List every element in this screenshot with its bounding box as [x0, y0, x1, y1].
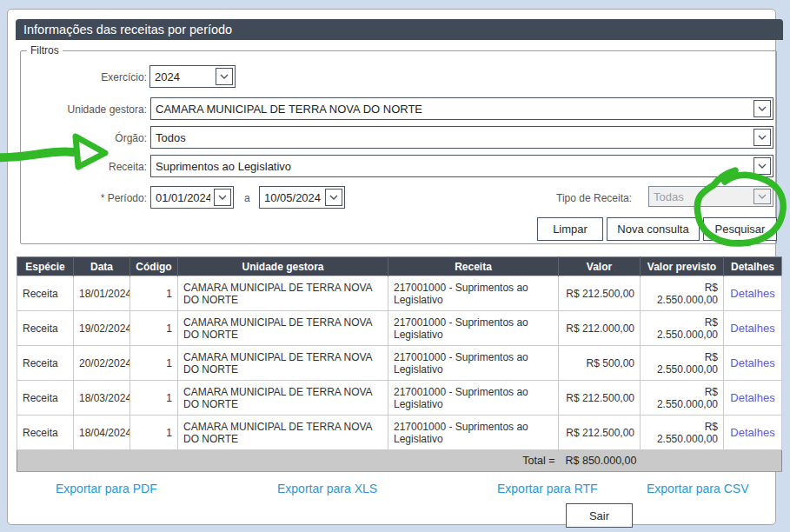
cell-codigo: 1 [130, 311, 178, 346]
table-row: Receita 18/01/2024 1 CAMARA MUNICIPAL DE… [17, 276, 782, 311]
cell-valor: R$ 212.500,00 [559, 416, 641, 450]
export-rtf-link[interactable]: Exportar para RTF [497, 482, 598, 495]
nova-consulta-button[interactable]: Nova consulta [607, 217, 700, 241]
cell-valor-previsto: R$ 2.550.000,00 [641, 416, 724, 450]
limpar-button[interactable]: Limpar [537, 217, 603, 241]
cell-receita: 217001000 - Suprimentos ao Legislativo [388, 416, 559, 450]
cell-data: 19/02/2024 [74, 311, 130, 346]
cell-especie: Receita [17, 346, 74, 381]
export-pdf-link[interactable]: Exportar para PDF [56, 482, 157, 495]
total-empty [641, 450, 782, 472]
export-csv-link[interactable]: Exportar para CSV [647, 482, 749, 495]
header-valor-previsto: Valor previsto [641, 257, 724, 276]
cell-data: 20/02/2024 [74, 346, 130, 381]
header-receita: Receita [388, 257, 559, 276]
receita-value[interactable] [151, 156, 773, 176]
cell-valor: R$ 500,00 [559, 346, 641, 381]
cell-data: 18/01/2024 [74, 276, 130, 311]
orgao-value[interactable] [151, 127, 773, 148]
page-background: Informações das receitas por período Fil… [0, 0, 790, 532]
cell-valor: R$ 212.000,00 [559, 311, 641, 346]
cell-codigo: 1 [130, 381, 178, 416]
chevron-down-icon[interactable] [214, 189, 231, 206]
unidade-gestora-label: Unidade gestora: [25, 103, 147, 116]
cell-codigo: 1 [130, 276, 178, 311]
chevron-down-icon[interactable] [753, 157, 771, 175]
detalhes-link[interactable]: Detalhes [730, 287, 774, 300]
cell-valor-previsto: R$ 2.550.000,00 [641, 276, 724, 311]
cell-valor: R$ 212.500,00 [559, 381, 641, 416]
cell-valor-previsto: R$ 2.550.000,00 [641, 346, 724, 381]
total-value: R$ 850.000,00 [559, 450, 641, 472]
cell-data: 18/03/2024 [74, 381, 130, 416]
header-especie: Espécie [17, 257, 74, 276]
filters-legend: Filtros [27, 44, 63, 57]
periodo-label: * Período: [25, 192, 147, 204]
table-header-row: Espécie Data Código Unidade gestora Rece… [17, 257, 782, 276]
sair-button[interactable]: Sair [566, 503, 633, 528]
header-data: Data [74, 257, 130, 276]
detalhes-link[interactable]: Detalhes [730, 391, 774, 404]
header-detalhes: Detalhes [724, 257, 782, 276]
cell-unidade-gestora: CAMARA MUNICIPAL DE TERRA NOVA DO NORTE [178, 381, 388, 416]
chevron-down-icon [753, 189, 771, 204]
unidade-gestora-select[interactable] [150, 97, 773, 120]
cell-receita: 217001000 - Suprimentos ao Legislativo [388, 311, 559, 346]
cell-receita: 217001000 - Suprimentos ao Legislativo [388, 276, 559, 311]
header-valor: Valor [559, 257, 641, 276]
chevron-down-icon[interactable] [325, 189, 342, 206]
cell-codigo: 1 [130, 416, 178, 450]
cell-especie: Receita [17, 381, 74, 416]
cell-receita: 217001000 - Suprimentos ao Legislativo [388, 381, 559, 416]
cell-especie: Receita [17, 416, 74, 450]
total-label: Total = [17, 450, 559, 472]
cell-receita: 217001000 - Suprimentos ao Legislativo [388, 346, 559, 381]
header-codigo: Código [130, 257, 178, 276]
chevron-down-icon[interactable] [753, 129, 771, 146]
cell-valor-previsto: R$ 2.550.000,00 [641, 381, 724, 416]
periodo-from-datepicker[interactable] [150, 186, 234, 209]
detalhes-link[interactable]: Detalhes [730, 322, 774, 335]
detalhes-link[interactable]: Detalhes [730, 356, 774, 369]
cell-unidade-gestora: CAMARA MUNICIPAL DE TERRA NOVA DO NORTE [178, 276, 388, 311]
table-row: Receita 18/04/2024 1 CAMARA MUNICIPAL DE… [17, 416, 782, 450]
results-table: Espécie Data Código Unidade gestora Rece… [17, 256, 781, 472]
periodo-to-datepicker[interactable] [259, 186, 345, 209]
unidade-gestora-value[interactable] [151, 98, 773, 119]
exercicio-label: Exercício: [25, 71, 147, 83]
cell-unidade-gestora: CAMARA MUNICIPAL DE TERRA NOVA DO NORTE [178, 416, 388, 450]
periodo-separator: a [244, 192, 250, 204]
pesquisar-button[interactable]: Pesquisar [703, 217, 777, 241]
dialog-window: Informações das receitas por período Fil… [7, 9, 776, 525]
cell-especie: Receita [17, 311, 74, 346]
header-unidade-gestora: Unidade gestora [178, 257, 388, 276]
receita-label: Receita: [25, 161, 147, 173]
cell-unidade-gestora: CAMARA MUNICIPAL DE TERRA NOVA DO NORTE [178, 311, 388, 346]
export-xls-link[interactable]: Exportar para XLS [277, 482, 377, 495]
window-title: Informações das receitas por período [23, 23, 232, 37]
table-row: Receita 19/02/2024 1 CAMARA MUNICIPAL DE… [17, 311, 782, 346]
chevron-down-icon[interactable] [216, 68, 233, 85]
cell-especie: Receita [17, 276, 74, 311]
tipo-receita-select-disabled [648, 186, 773, 207]
detalhes-link[interactable]: Detalhes [730, 426, 774, 439]
table-row: Receita 20/02/2024 1 CAMARA MUNICIPAL DE… [17, 346, 782, 381]
orgao-select[interactable] [150, 126, 773, 149]
table-row: Receita 18/03/2024 1 CAMARA MUNICIPAL DE… [17, 381, 782, 416]
chevron-down-icon[interactable] [753, 100, 771, 117]
window-titlebar: Informações das receitas por período [16, 19, 783, 40]
receita-select[interactable] [150, 155, 773, 177]
cell-data: 18/04/2024 [74, 416, 130, 450]
cell-unidade-gestora: CAMARA MUNICIPAL DE TERRA NOVA DO NORTE [178, 346, 388, 381]
cell-codigo: 1 [130, 346, 178, 381]
orgao-label: Órgão: [25, 132, 147, 144]
table-total-row: Total = R$ 850.000,00 [17, 450, 782, 472]
cell-valor-previsto: R$ 2.550.000,00 [641, 311, 724, 346]
tipo-receita-label: Tipo de Receita: [510, 192, 632, 204]
cell-valor: R$ 212.500,00 [559, 276, 641, 311]
exercicio-select[interactable] [149, 65, 236, 88]
